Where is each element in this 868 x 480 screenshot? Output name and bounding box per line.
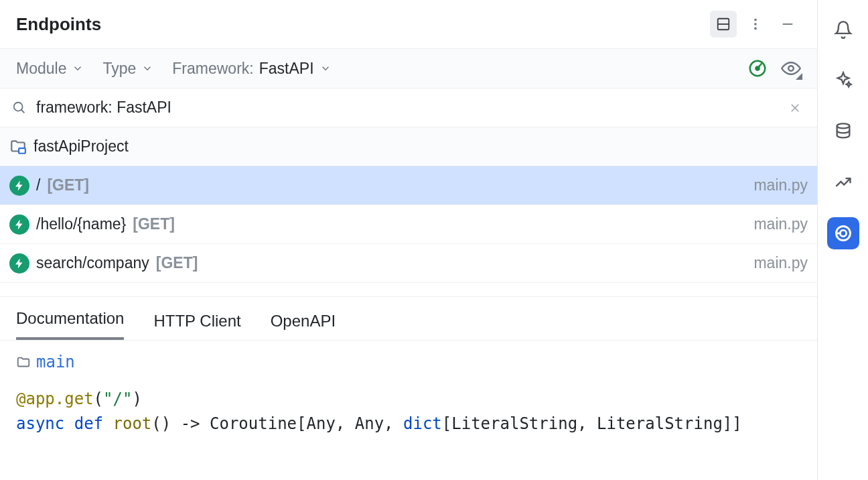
code-token: () -> Coroutine[Any, Any, [151, 414, 403, 433]
code-token: async [16, 414, 64, 433]
endpoint-method: [GET] [47, 176, 89, 194]
filter-framework-value: FastAPI [259, 60, 314, 78]
tab-http-client[interactable]: HTTP Client [153, 312, 240, 340]
file-icon [16, 355, 31, 370]
tab-openapi[interactable]: OpenAPI [271, 312, 336, 340]
endpoint-method: [GET] [133, 215, 175, 233]
svg-point-3 [754, 23, 757, 25]
endpoint-row[interactable]: / [GET] main.py [0, 166, 817, 205]
filter-bar: Module Type Framework: FastAPI [0, 48, 817, 88]
tab-documentation[interactable]: Documentation [16, 309, 124, 340]
panel-title: Endpoints [16, 14, 101, 35]
rail-notifications[interactable] [827, 13, 859, 46]
minimize-button[interactable] [774, 11, 801, 38]
right-tool-rail [818, 0, 868, 480]
code-signature: @app.get("/") async def root() -> Corout… [16, 387, 801, 436]
code-token: dict [403, 414, 442, 433]
chevron-down-icon [72, 62, 84, 74]
chevron-down-icon [319, 62, 332, 74]
search-icon [12, 101, 31, 115]
svg-point-2 [754, 19, 757, 21]
clear-search-button[interactable] [785, 98, 805, 118]
search-row [0, 88, 817, 127]
endpoint-icon [9, 215, 29, 235]
svg-point-4 [754, 27, 757, 30]
code-token: @app.get [16, 389, 94, 408]
code-token: "/" [103, 389, 132, 408]
chevron-down-icon [141, 62, 153, 74]
rail-ai-assistant[interactable] [827, 64, 859, 97]
filter-framework[interactable]: Framework: FastAPI [172, 60, 331, 78]
endpoint-file: main.py [753, 254, 808, 272]
documentation-tabs: Documentation HTTP Client OpenAPI [0, 296, 817, 340]
panel-header: Endpoints [0, 0, 817, 48]
documentation-body: main @app.get("/") async def root() -> C… [0, 341, 817, 446]
rail-statistics[interactable] [827, 166, 859, 198]
endpoint-icon [9, 176, 29, 196]
layout-toggle-button[interactable] [710, 11, 737, 38]
more-options-button[interactable] [742, 11, 769, 38]
endpoint-path: / [36, 176, 40, 194]
code-token: [LiteralString, LiteralString]] [442, 414, 742, 433]
code-token: root [113, 414, 152, 433]
filter-module-label: Module [16, 60, 66, 78]
rail-database[interactable] [827, 115, 859, 147]
svg-point-9 [788, 66, 794, 71]
folder-icon [9, 138, 27, 156]
svg-point-17 [840, 230, 846, 236]
svg-rect-14 [19, 148, 25, 154]
filter-type-label: Type [102, 60, 136, 78]
preview-icon[interactable] [781, 58, 801, 78]
filter-framework-label: Framework: [172, 60, 253, 78]
project-name: fastApiProject [33, 137, 129, 156]
endpoint-path: search/company [36, 254, 149, 272]
rail-endpoints[interactable] [827, 217, 859, 249]
endpoint-path: /hello/{name} [36, 215, 126, 233]
openapi-icon[interactable] [747, 58, 768, 78]
doc-file-label: main [36, 350, 75, 375]
svg-point-10 [14, 102, 23, 111]
project-row[interactable]: fastApiProject [0, 127, 817, 166]
endpoint-row[interactable]: search/company [GET] main.py [0, 244, 817, 283]
endpoint-row[interactable]: /hello/{name} [GET] main.py [0, 205, 817, 244]
endpoint-icon [9, 253, 29, 274]
filter-type[interactable]: Type [102, 60, 153, 78]
code-token: def [74, 414, 103, 433]
endpoint-list: / [GET] main.py /hello/{name} [GET] main… [0, 166, 817, 283]
svg-line-11 [21, 109, 25, 113]
doc-source-file[interactable]: main [16, 350, 801, 375]
endpoint-file: main.py [753, 215, 808, 233]
endpoint-file: main.py [753, 176, 808, 194]
search-input[interactable] [31, 96, 785, 119]
svg-point-15 [837, 123, 849, 128]
filter-module[interactable]: Module [16, 60, 84, 78]
endpoint-method: [GET] [156, 254, 198, 272]
